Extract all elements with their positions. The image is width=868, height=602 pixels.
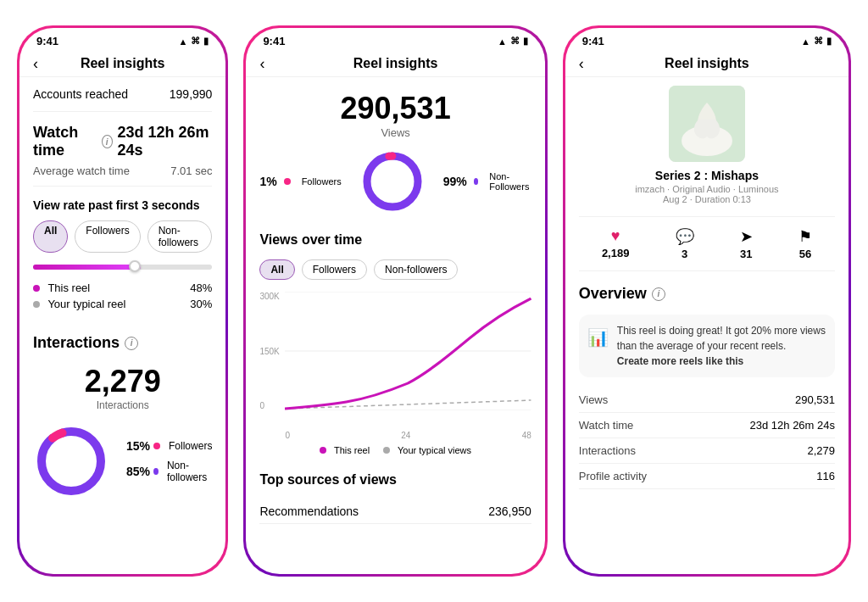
watch-time-value: 23d 12h 26m 24s	[118, 124, 213, 159]
chart-tab-followers[interactable]: Followers	[302, 259, 367, 280]
progress-handle[interactable]	[129, 260, 141, 272]
wifi-icon: ⌘	[191, 36, 200, 47]
series-title: Series 2 : Mishaps	[655, 169, 759, 182]
series-meta-text: imzach · Original Audio · Luminous	[635, 184, 778, 194]
chart-tab-all[interactable]: All	[259, 259, 294, 280]
watch-time-label: Watch time	[33, 124, 97, 159]
chart-legend: This reel Your typical views	[259, 445, 531, 455]
share-icon: ➤	[740, 227, 753, 246]
thumbnail-svg	[669, 86, 745, 162]
typical-reel-value: 30%	[190, 298, 212, 310]
metric-interactions-label: Interactions	[579, 444, 636, 457]
views-followers-legend: 1% Followers	[259, 175, 341, 188]
nonfollowers-pct: 85%	[126, 465, 150, 478]
chart-area: 300K 150K 0	[259, 292, 531, 427]
status-time-2: 9:41	[263, 35, 285, 47]
interactions-info-icon[interactable]: i	[125, 337, 138, 350]
tab-followers-1[interactable]: Followers	[75, 220, 140, 253]
phone-3: 9:41 ▲ ⌘ ▮ ‹ Reel insights	[563, 25, 851, 577]
followers-dot	[153, 443, 160, 449]
typical-reel-label: Your typical reel	[47, 298, 125, 310]
back-button-2[interactable]: ‹	[259, 55, 264, 73]
phone3-content: Series 2 : Mishaps imzach · Original Aud…	[565, 77, 849, 555]
wifi-icon-2: ⌘	[510, 36, 520, 47]
typical-reel-dot	[33, 301, 40, 308]
views-donut-row: 1% Followers 99% Non-Followers	[259, 148, 531, 215]
heart-icon: ♥	[611, 227, 620, 245]
chart-this-reel-label: This reel	[334, 445, 370, 455]
likes-count: 2,189	[602, 247, 630, 259]
overview-info-icon[interactable]: i	[652, 287, 665, 301]
overview-cta[interactable]: Create more reels like this	[617, 355, 743, 367]
shares-count: 31	[740, 248, 752, 260]
chart-svg	[285, 292, 531, 410]
metric-interactions: Interactions 2,279	[579, 438, 835, 464]
interactions-sublabel: Interactions	[33, 399, 212, 411]
views-label: Views	[259, 126, 531, 139]
watch-time-section: Watch time i 23d 12h 26m 24s Average wat…	[33, 112, 212, 187]
reel-thumbnail	[669, 86, 745, 162]
signal-icon-3: ▲	[801, 36, 810, 47]
this-reel-legend: This reel 48%	[33, 281, 212, 294]
nav-title-2: Reel insights	[353, 56, 438, 71]
views-over-time-section: Views over time All Followers Non-follow…	[259, 224, 531, 464]
comment-icon: 💬	[676, 227, 694, 246]
views-nonfollowers-dot	[474, 178, 479, 185]
status-bar-3: 9:41 ▲ ⌘ ▮	[565, 28, 849, 51]
nonfollowers-label: Non-followers	[167, 460, 213, 483]
metric-views-value: 290,531	[795, 393, 835, 406]
nonfollowers-legend: 85% Non-followers	[126, 460, 212, 483]
back-button-3[interactable]: ‹	[579, 55, 584, 73]
signal-icon: ▲	[179, 36, 188, 47]
source-row-recommendations: Recommendations 236,950	[259, 499, 531, 524]
nav-title-1: Reel insights	[81, 56, 165, 71]
views-over-time-title: Views over time	[259, 232, 531, 248]
interactions-section: Interactions i 2,279 Interactions	[33, 326, 212, 508]
metric-watchtime-value: 23d 12h 26m 24s	[750, 419, 835, 432]
metric-watchtime: Watch time 23d 12h 26m 24s	[579, 413, 835, 438]
overview-section: Overview i 📊 This reel is doing great! I…	[579, 278, 835, 496]
chart-filter-tabs: All Followers Non-followers	[259, 259, 531, 280]
phone-1: 9:41 ▲ ⌘ ▮ ‹ Reel insights Accounts reac…	[17, 25, 228, 577]
nav-title-3: Reel insights	[665, 56, 749, 71]
view-rate-section: View rate past first 3 seconds All Follo…	[33, 187, 212, 326]
metric-profile-value: 116	[816, 470, 835, 482]
progress-fill	[33, 265, 141, 270]
tab-nonfollowers-1[interactable]: Non-followers	[147, 220, 213, 253]
x-label-48: 48	[522, 431, 531, 440]
chart-tab-nonfollowers[interactable]: Non-followers	[374, 259, 458, 280]
saves-count: 56	[799, 248, 811, 260]
this-reel-label: This reel	[47, 281, 90, 294]
watch-time-info-icon[interactable]: i	[102, 135, 113, 148]
chart-typical-dot	[383, 447, 390, 454]
metric-interactions-value: 2,279	[807, 444, 835, 457]
stat-comments: 💬 3	[676, 227, 694, 260]
followers-label: Followers	[169, 440, 212, 452]
x-label-0: 0	[285, 431, 290, 440]
nav-bar-2: ‹ Reel insights	[246, 51, 544, 77]
avg-watch-label: Average watch time	[33, 164, 130, 177]
views-followers-lbl: Followers	[302, 176, 342, 187]
stat-likes: ♥ 2,189	[602, 227, 630, 260]
interactions-donut-legend: 15% Followers 85% Non-followers	[126, 439, 212, 483]
top-sources-title: Top sources of views	[259, 472, 531, 488]
y-label-0: 0	[259, 401, 279, 410]
stat-saves: ⚑ 56	[798, 227, 812, 260]
followers-legend: 15% Followers	[126, 439, 212, 453]
thumbnail-container: Series 2 : Mishaps imzach · Original Aud…	[579, 77, 835, 209]
svg-point-4	[367, 156, 418, 207]
signal-icon-2: ▲	[498, 36, 507, 47]
watch-time-header: Watch time i 23d 12h 26m 24s	[33, 124, 212, 159]
overview-message: This reel is doing great! It got 20% mor…	[617, 325, 826, 352]
avg-watch-row: Average watch time 7.01 sec	[33, 164, 212, 177]
view-rate-title: View rate past first 3 seconds	[33, 198, 212, 212]
views-nonfollowers-legend: 99% Non-Followers	[443, 171, 531, 192]
interactions-title: Interactions i	[33, 334, 212, 352]
wifi-icon-3: ⌘	[814, 36, 823, 47]
tab-all-1[interactable]: All	[33, 220, 68, 253]
battery-icon-2: ▮	[523, 36, 528, 47]
metrics-list: Views 290,531 Watch time 23d 12h 26m 24s…	[579, 387, 835, 489]
back-button-1[interactable]: ‹	[33, 55, 38, 73]
save-icon: ⚑	[798, 227, 812, 246]
phones-container: 9:41 ▲ ⌘ ▮ ‹ Reel insights Accounts reac…	[0, 8, 868, 594]
